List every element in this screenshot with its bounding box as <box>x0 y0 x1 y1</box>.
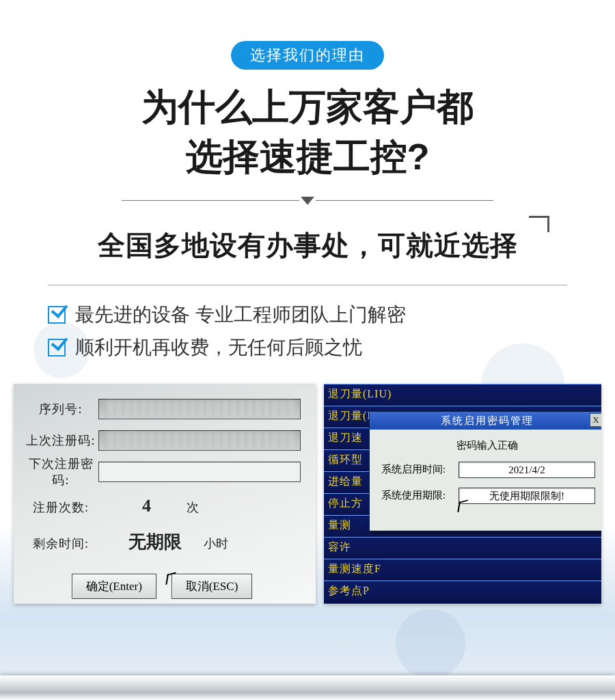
remain-time-label: 剩余时间: <box>23 535 98 552</box>
usage-limit-label: 系统使用期限: <box>379 489 448 502</box>
bullet-text: 顺利开机再收费，无任何后顾之忧 <box>75 335 362 361</box>
serial-label: 序列号: <box>23 401 98 417</box>
cnc-row: 参考点P <box>324 580 601 602</box>
bullet-item: 顺利开机再收费，无任何后顾之忧 <box>48 335 567 361</box>
divider-line <box>122 200 299 201</box>
reg-count-unit: 次 <box>187 499 199 516</box>
bullet-list: 最先进的设备 专业工程师团队上门解密 顺利开机再收费，无任何后顾之忧 <box>48 302 567 361</box>
ok-button[interactable]: 确定(Enter) <box>72 574 156 599</box>
last-code-label: 上次注册码: <box>23 432 98 449</box>
enable-time-label: 系统启用时间: <box>379 463 448 476</box>
divider-line <box>316 200 493 201</box>
cnc-row: 容许 <box>324 537 601 559</box>
divider-with-arrow <box>0 197 615 205</box>
checkbox-icon <box>48 339 66 356</box>
reg-count-value: 4 <box>142 496 151 516</box>
hero-line-1: 为什么上万家客户都 <box>0 82 615 132</box>
screenshot-registration-dialog: 序列号: 上次注册码: 下次注册密码: 注册次数: 4 次 剩余时间: 无期限 … <box>14 384 316 604</box>
cnc-row: 退刀量(LIU) <box>324 384 601 406</box>
blurred-content <box>105 401 295 417</box>
badge-pill: 选择我们的理由 <box>231 41 384 70</box>
next-pwd-label: 下次注册密码: <box>23 456 98 488</box>
cnc-row: 量测速度F <box>324 559 601 580</box>
password-dialog: 系统启用密码管理 X 密码输入正确 系统启用时间: 2021/4/2 系统使用期… <box>369 411 601 531</box>
hero-line-2: 选择速捷工控? <box>0 132 615 182</box>
close-button[interactable]: X <box>590 413 601 427</box>
screenshot-cnc-password-dialog: 退刀量(LIU) 退刀量(LIU) 退刀速 循环型 进给量 停止方 量测 容许 … <box>324 384 601 604</box>
next-pwd-field[interactable] <box>98 462 301 482</box>
bullet-text: 最先进的设备 专业工程师团队上门解密 <box>75 302 406 328</box>
corner-arrow-icon <box>529 216 549 225</box>
screenshot-row: 序列号: 上次注册码: 下次注册密码: 注册次数: 4 次 剩余时间: 无期限 … <box>14 384 601 604</box>
marble-footer-strip <box>0 675 615 700</box>
remain-time-unit: 小时 <box>204 535 228 552</box>
thin-divider <box>48 285 567 285</box>
checkbox-icon <box>48 306 66 324</box>
password-ok-text: 密码输入正确 <box>379 439 595 452</box>
triangle-down-icon <box>301 197 314 205</box>
bullet-item: 最先进的设备 专业工程师团队上门解密 <box>48 302 567 328</box>
page-content: 选择我们的理由 为什么上万家客户都 选择速捷工控? 全国多地设有办事处，可就近选… <box>0 0 615 604</box>
enable-time-field[interactable]: 2021/4/2 <box>459 462 595 478</box>
cursor-icon <box>459 501 468 514</box>
cursor-icon <box>167 573 176 587</box>
remain-time-value: 无期限 <box>128 530 182 554</box>
dialog-title-text: 系统启用密码管理 <box>441 415 534 426</box>
last-code-field[interactable] <box>98 430 301 451</box>
cancel-button-label: 取消(ESC) <box>186 580 238 593</box>
serial-field[interactable] <box>98 399 301 419</box>
hero-headline: 为什么上万家客户都 选择速捷工控? <box>0 82 615 182</box>
usage-limit-field[interactable]: 无使用期限限制! <box>459 488 595 504</box>
dialog-title: 系统启用密码管理 X <box>370 412 601 430</box>
dialog-body: 密码输入正确 系统启用时间: 2021/4/2 系统使用期限: 无使用期限限制! <box>370 430 601 511</box>
cancel-button[interactable]: 取消(ESC) <box>172 574 253 599</box>
blurred-content <box>105 432 295 449</box>
sub-headline: 全国多地设有办事处，可就近选择 <box>98 227 518 264</box>
reg-count-label: 注册次数: <box>23 499 98 516</box>
